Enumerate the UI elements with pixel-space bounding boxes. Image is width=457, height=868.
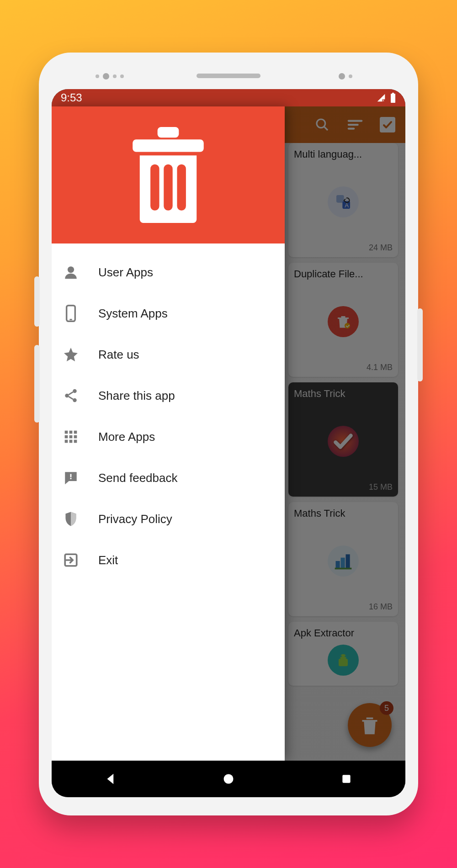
drawer-item-more-apps[interactable]: More Apps	[52, 416, 285, 457]
battery-icon	[390, 93, 396, 103]
svg-rect-26	[164, 164, 172, 211]
star-icon	[62, 345, 80, 364]
device-frame: 9:53 x	[39, 53, 418, 815]
svg-rect-23	[158, 127, 179, 138]
drawer-item-rate-us[interactable]: Rate us	[52, 334, 285, 375]
svg-rect-34	[65, 431, 68, 434]
person-icon	[62, 263, 80, 281]
svg-rect-48	[342, 775, 350, 783]
svg-point-28	[68, 266, 74, 273]
feedback-icon	[62, 469, 80, 487]
volume-up-button	[34, 276, 40, 327]
trash-icon	[125, 127, 212, 223]
svg-rect-2	[391, 94, 395, 103]
svg-point-31	[73, 389, 77, 393]
svg-point-33	[73, 398, 77, 402]
speaker-slot	[197, 74, 260, 78]
drawer-item-label: Privacy Policy	[98, 512, 172, 526]
drawer-item-user-apps[interactable]: User Apps	[52, 252, 285, 293]
svg-rect-3	[392, 93, 394, 94]
svg-rect-41	[69, 440, 73, 443]
svg-rect-24	[133, 139, 204, 152]
power-button	[417, 308, 423, 381]
drawer-item-label: More Apps	[98, 430, 155, 444]
shield-icon	[62, 510, 80, 528]
app-content: 9:53 x	[52, 89, 405, 797]
drawer-item-system-apps[interactable]: System Apps	[52, 293, 285, 334]
svg-rect-36	[74, 431, 77, 434]
svg-rect-35	[69, 431, 73, 434]
exit-icon	[62, 551, 80, 569]
device-screen: 9:53 x	[52, 89, 405, 797]
share-icon	[62, 386, 80, 405]
nav-back-button[interactable]	[101, 770, 120, 788]
drawer-item-label: Share this app	[98, 389, 175, 403]
drawer-item-label: System Apps	[98, 307, 168, 321]
drawer-item-feedback[interactable]: Send feedback	[52, 457, 285, 498]
drawer-item-exit[interactable]: Exit	[52, 540, 285, 581]
svg-rect-39	[74, 435, 77, 439]
statusbar-time: 9:53	[61, 91, 82, 104]
svg-rect-25	[150, 164, 159, 211]
system-navbar	[52, 761, 405, 797]
svg-point-32	[65, 394, 69, 398]
svg-rect-37	[65, 435, 68, 439]
nav-recents-button[interactable]	[337, 770, 356, 788]
drawer-item-label: Send feedback	[98, 471, 177, 485]
drawer-item-privacy[interactable]: Privacy Policy	[52, 498, 285, 540]
svg-rect-40	[65, 440, 68, 443]
sensor-dots-left	[94, 72, 126, 80]
drawer-header	[52, 106, 285, 243]
nav-home-button[interactable]	[219, 770, 238, 788]
signal-icon: x	[376, 93, 386, 102]
svg-rect-42	[74, 440, 77, 443]
statusbar-right: x	[376, 93, 396, 103]
svg-rect-27	[177, 164, 186, 211]
nav-drawer: User Apps System Apps Rate us	[52, 106, 285, 761]
svg-rect-38	[69, 435, 73, 439]
drawer-item-label: Exit	[98, 553, 118, 567]
drawer-item-label: Rate us	[98, 348, 139, 362]
svg-rect-44	[70, 478, 72, 479]
grid-icon	[62, 428, 80, 446]
statusbar: 9:53 x	[52, 89, 405, 106]
svg-point-47	[224, 774, 234, 784]
volume-down-button	[34, 345, 40, 423]
sensor-dots-right	[337, 72, 354, 80]
drawer-item-label: User Apps	[98, 265, 153, 280]
svg-rect-43	[70, 474, 72, 477]
drawer-item-share[interactable]: Share this app	[52, 375, 285, 416]
phone-icon	[62, 304, 80, 323]
drawer-list: User Apps System Apps Rate us	[52, 243, 285, 581]
